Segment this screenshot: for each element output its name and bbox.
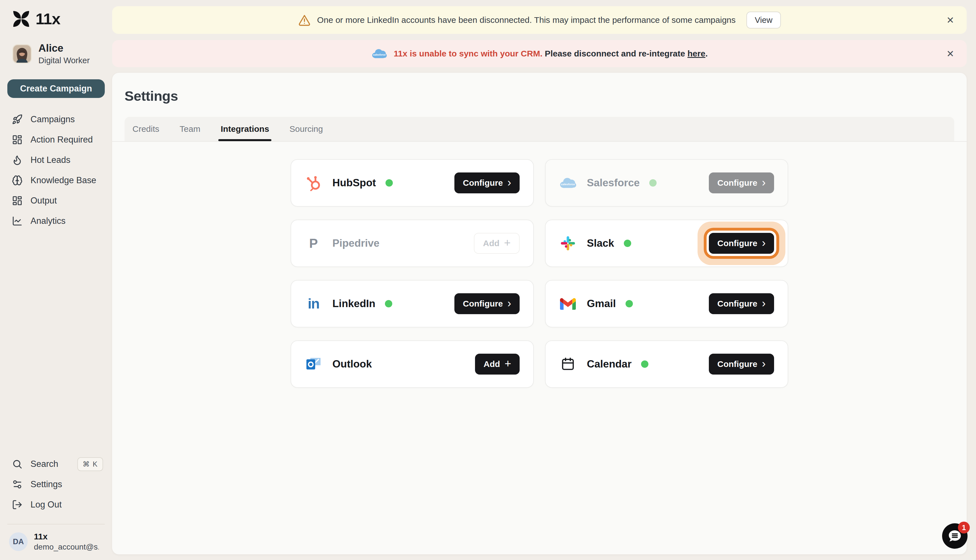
logout-icon (12, 499, 23, 510)
status-connected-dot (385, 300, 392, 307)
create-campaign-button[interactable]: Create Campaign (7, 79, 105, 98)
crm-error-instruction: Please disconnect and re-integrate (542, 49, 687, 58)
integration-name: Calendar (587, 358, 631, 370)
calendar-icon (559, 355, 577, 373)
sidebar-item-label: Analytics (30, 216, 65, 226)
warning-triangle-icon (298, 13, 311, 27)
sidebar-footer-nav: Search⌘ KSettingsLog Out (7, 454, 105, 515)
chat-notification-badge: 1 (958, 522, 970, 533)
sidebar-item-label: Action Required (30, 135, 93, 145)
sidebar-item-label: Hot Leads (30, 155, 70, 165)
calendar-configure-button[interactable]: Configure› (709, 354, 774, 375)
worker-avatar (12, 44, 32, 63)
sidebar-item-action-required[interactable]: Action Required (7, 130, 105, 150)
brain-icon (12, 175, 23, 186)
sidebar-item-campaigns[interactable]: Campaigns (7, 109, 105, 130)
chevron-right-icon: › (762, 298, 766, 309)
status-connected-dot (649, 179, 657, 187)
sidebar-spacer (7, 231, 105, 443)
plus-icon: + (505, 358, 511, 369)
search-icon (12, 459, 23, 469)
sidebar: 11x Alice Digital Worker Create Campaign… (0, 0, 112, 560)
tab-credits[interactable]: Credits (132, 117, 159, 141)
integration-name: Slack (587, 237, 614, 249)
integration-name: Gmail (587, 298, 616, 310)
main-area: One or more LinkedIn accounts have been … (112, 0, 967, 560)
integration-name: Outlook (332, 358, 372, 370)
crm-error-period: . (706, 49, 708, 58)
tabs-section: CreditsTeamIntegrationsSourcing (112, 117, 967, 142)
chevron-right-icon: › (507, 298, 511, 309)
sidebar-item-log-out[interactable]: Log Out (7, 495, 105, 515)
sidebar-nav: CampaignsAction RequiredHot LeadsKnowled… (7, 109, 105, 231)
chevron-right-icon: › (762, 177, 766, 188)
gmail-configure-button[interactable]: Configure› (709, 293, 774, 314)
integration-name: HubSpot (332, 177, 376, 189)
tab-team[interactable]: Team (180, 117, 200, 141)
status-connected-dot (624, 240, 631, 247)
slack-configure-button[interactable]: Configure› (709, 233, 774, 254)
dashboard-icon (12, 134, 23, 145)
linkedin-configure-button[interactable]: Configure› (454, 293, 520, 314)
tab-integrations[interactable]: Integrations (220, 117, 269, 141)
pipedrive-add-button[interactable]: Add+ (474, 233, 520, 254)
salesforce-icon: salesforce (559, 174, 577, 192)
integration-card-gmail: GmailConfigure› (545, 280, 788, 327)
sidebar-item-output[interactable]: Output (7, 190, 105, 211)
worker-profile[interactable]: Alice Digital Worker (12, 43, 105, 65)
account-switcher[interactable]: DA 11x demo_account@s... (9, 532, 105, 552)
outlook-add-button[interactable]: Add+ (475, 354, 520, 375)
sidebar-item-settings[interactable]: Settings (7, 474, 105, 495)
integration-card-hubspot: HubSpotConfigure› (290, 159, 534, 207)
status-connected-dot (626, 300, 633, 307)
worker-role: Digital Worker (38, 56, 90, 65)
hubspot-configure-button[interactable]: Configure› (454, 172, 520, 193)
svg-text:salesforce: salesforce (373, 53, 386, 56)
integration-card-linkedin: inLinkedInConfigure› (290, 280, 534, 327)
outlook-icon (305, 355, 322, 373)
sidebar-item-search[interactable]: Search⌘ K (7, 454, 105, 474)
view-button[interactable]: View (746, 12, 781, 28)
crm-banner-close-icon[interactable]: ✕ (946, 49, 954, 58)
sidebar-divider (7, 524, 105, 525)
crm-sync-error-banner: salesforce 11x is unable to sync with yo… (112, 40, 967, 67)
status-connected-dot (385, 179, 393, 187)
button-label: Add (484, 359, 500, 369)
tab-sourcing[interactable]: Sourcing (289, 117, 323, 141)
brand-name: 11x (35, 10, 60, 28)
sidebar-item-label: Search (30, 459, 58, 469)
account-email: demo_account@s... (34, 542, 99, 552)
settings-panel: Settings CreditsTeamIntegrationsSourcing… (112, 73, 967, 554)
hubspot-icon (305, 174, 322, 192)
integration-card-outlook: OutlookAdd+ (290, 340, 534, 388)
integration-card-pipedrive: PPipedriveAdd+ (290, 220, 534, 267)
chart-icon (12, 216, 23, 227)
integration-name: Pipedrive (332, 237, 380, 249)
warning-banner-close-icon[interactable]: ✕ (946, 15, 954, 25)
button-label: Configure (463, 178, 503, 188)
dashboard-icon (12, 195, 23, 206)
plus-icon: + (504, 237, 511, 248)
gmail-icon (559, 295, 577, 312)
chevron-right-icon: › (762, 358, 766, 369)
button-label: Configure (717, 238, 757, 248)
chat-launcher-button[interactable]: 1 (942, 523, 968, 549)
reintegrate-here-link[interactable]: here (687, 49, 705, 58)
sidebar-item-knowledge-base[interactable]: Knowledge Base (7, 170, 105, 190)
salesforce-configure-button[interactable]: Configure› (709, 172, 774, 193)
svg-text:salesforce: salesforce (561, 183, 575, 186)
chevron-right-icon: › (507, 177, 511, 188)
button-label: Configure (717, 359, 757, 369)
sidebar-item-hot-leads[interactable]: Hot Leads (7, 150, 105, 170)
sidebar-item-label: Knowledge Base (30, 175, 96, 185)
sidebar-item-label: Log Out (30, 500, 62, 510)
brand-logo[interactable]: 11x (12, 10, 105, 28)
pipedrive-icon: P (305, 235, 322, 252)
worker-name: Alice (38, 43, 90, 54)
button-label: Configure (463, 299, 503, 308)
integration-card-slack: SlackConfigure› (545, 220, 788, 267)
button-label: Configure (717, 178, 757, 188)
sidebar-item-analytics[interactable]: Analytics (7, 211, 105, 231)
status-connected-dot (641, 360, 648, 368)
search-shortcut-badge: ⌘ K (77, 457, 103, 471)
